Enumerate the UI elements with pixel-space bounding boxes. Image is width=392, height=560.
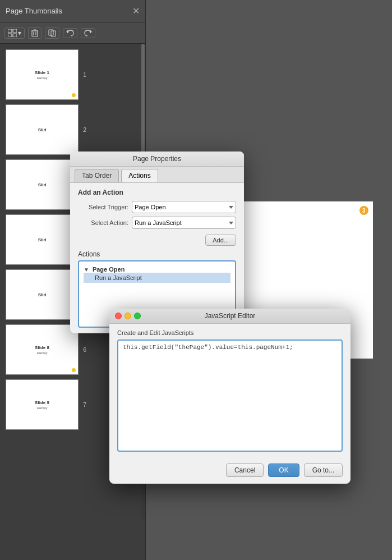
page-properties-title: Page Properties (70, 152, 244, 167)
slide-image-5: Slid (6, 269, 79, 320)
ok-button[interactable]: OK (268, 463, 299, 477)
slide-image-4: Slid (6, 214, 79, 265)
slide-badge: 3 (359, 206, 368, 215)
tab-tab-order[interactable]: Tab Order (75, 169, 119, 182)
svg-rect-0 (8, 29, 12, 33)
svg-rect-2 (8, 34, 12, 37)
close-button[interactable]: ✕ (132, 7, 140, 16)
collapse-arrow-icon: ▼ (84, 267, 89, 273)
slide-image-3: Slid (6, 159, 79, 210)
action-row: Select Action: Run a JavaScript Go to a … (78, 217, 236, 229)
sidebar-header: Page Thumbnails ✕ (0, 0, 145, 22)
cancel-button[interactable]: Cancel (226, 463, 264, 477)
trigger-row: Select Trigger: Page Open Page Close Pag… (78, 201, 236, 213)
action-item-run-javascript[interactable]: Run a JavaScript (84, 273, 230, 283)
js-editor-titlebar: JavaScript Editor (109, 309, 351, 324)
undo-button[interactable] (63, 28, 77, 38)
add-action-label: Add an Action (78, 189, 236, 196)
close-traffic-light[interactable] (115, 313, 122, 319)
action-label: Select Action: (78, 219, 128, 226)
extract-button[interactable] (45, 27, 59, 39)
delete-button[interactable] (28, 27, 41, 39)
slide-thumb-2[interactable]: Slid 2 (6, 104, 140, 155)
svg-rect-3 (13, 34, 17, 37)
slide-indicator-dot (72, 368, 76, 372)
js-editor-subtitle: Create and Edit JavaScripts (117, 329, 343, 336)
javascript-editor-dialog: JavaScript Editor Create and Edit JavaSc… (109, 309, 351, 484)
js-editor-footer: Cancel OK Go to... (109, 459, 351, 484)
maximize-traffic-light[interactable] (134, 313, 141, 319)
tab-actions[interactable]: Actions (121, 169, 158, 182)
goto-button[interactable]: Go to... (304, 463, 343, 477)
trigger-select[interactable]: Page Open Page Close Page Visible Page I… (132, 201, 236, 213)
slide-thumb-1[interactable]: Slide 1 Harvey 1 (6, 49, 140, 100)
action-group-header[interactable]: ▼ Page Open (84, 266, 230, 273)
actions-section-label: Actions (78, 250, 236, 258)
js-editor-title: JavaScript Editor (116, 312, 344, 320)
action-select[interactable]: Run a JavaScript Go to a page view Open/… (132, 217, 236, 229)
svg-rect-1 (13, 29, 17, 33)
page-properties-dialog: Page Properties Tab Order Actions Add an… (70, 152, 244, 333)
slide-image-7: Slide 9 Harvey (6, 379, 79, 430)
minimize-traffic-light[interactable] (124, 313, 131, 319)
view-button[interactable]: ▾ (4, 27, 25, 39)
slide-image-2: Slid (6, 104, 79, 155)
js-editor-body: Create and Edit JavaScripts (109, 324, 351, 459)
traffic-lights (115, 313, 141, 319)
add-action-button[interactable]: Add... (205, 235, 236, 246)
action-group-name: Page Open (93, 266, 124, 273)
slide-image-1: Slide 1 Harvey (6, 49, 79, 100)
sidebar-title: Page Thumbnails (6, 7, 62, 15)
svg-rect-4 (32, 31, 38, 36)
sidebar-toolbar: ▾ (0, 22, 145, 44)
dialog-tabs: Tab Order Actions (70, 167, 244, 183)
view-dropdown-icon: ▾ (18, 29, 21, 37)
slide-indicator-dot (72, 93, 76, 97)
js-code-editor[interactable] (117, 339, 343, 452)
redo-button[interactable] (81, 28, 95, 38)
action-group-page-open: ▼ Page Open Run a JavaScript (79, 264, 235, 285)
trigger-label: Select Trigger: (78, 204, 128, 210)
slide-image-6: Slide 8 Harvey (6, 324, 79, 375)
